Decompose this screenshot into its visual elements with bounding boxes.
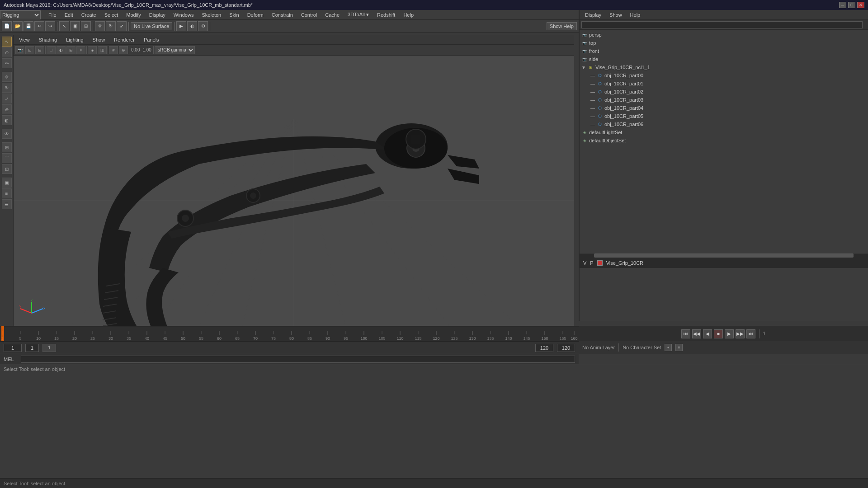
minimize-button[interactable]: ─ (839, 2, 846, 8)
outliner-item-front[interactable]: 📷 front (580, 47, 868, 55)
select-tool-button[interactable]: ↖ (2, 37, 12, 47)
select-by-comp-button[interactable]: ▣ (70, 21, 80, 31)
play-back-button[interactable]: ◀ (703, 329, 712, 338)
texture-btn[interactable]: ⊞ (66, 46, 75, 54)
rotate-tool-button[interactable]: ↻ (2, 83, 12, 93)
render-settings-button[interactable]: ⚙ (198, 21, 208, 31)
outliner-item-part03[interactable]: — ⬡ obj_10CR_part03 (580, 96, 868, 104)
move-tool-button[interactable]: ✥ (95, 21, 105, 31)
outliner-item-vise-group[interactable]: ▼ ⊞ Vise_Grip_10CR_ncl1_1 (580, 63, 868, 71)
lasso-tool-button[interactable]: ⊙ (2, 47, 12, 57)
current-frame-input2[interactable] (25, 344, 39, 352)
menu-constrain[interactable]: Constrain (268, 11, 297, 19)
maximize-button[interactable]: □ (848, 2, 855, 8)
step-forward-button[interactable]: ▶▶ (736, 329, 745, 338)
scale-tool-button[interactable]: ⤢ (2, 94, 12, 103)
undo-button[interactable]: ↩ (34, 21, 44, 31)
start-frame-input[interactable] (535, 344, 553, 352)
rotate-tool-button[interactable]: ↻ (106, 21, 116, 31)
menu-display[interactable]: Display (146, 11, 169, 19)
menu-redshift[interactable]: Redshift (373, 11, 399, 19)
outliner-item-top[interactable]: 📷 top (580, 39, 868, 47)
go-to-start-button[interactable]: ⏮ (681, 329, 690, 338)
menu-create[interactable]: Create (78, 11, 100, 19)
outliner-item-objectset[interactable]: ◈ defaultObjectSet (580, 136, 868, 145)
outliner-menu-show[interactable]: Show (606, 11, 626, 19)
backface-btn[interactable]: ◫ (98, 46, 107, 54)
step-back-button[interactable]: ◀◀ (692, 329, 701, 338)
outliner-item-part00[interactable]: — ⬡ obj_10CR_part00 (580, 71, 868, 80)
hud-btn[interactable]: ⊕ (119, 46, 128, 54)
fit-selection-btn[interactable]: ⊟ (35, 46, 44, 54)
fit-all-btn[interactable]: ⊡ (25, 46, 34, 54)
mode-selector[interactable]: Rigging (0, 10, 43, 20)
menu-3dtoall[interactable]: 3DToAll ▾ (344, 11, 373, 19)
viewport-menu-view[interactable]: View (15, 36, 33, 43)
viewport-menu-show[interactable]: Show (89, 36, 109, 43)
paint-select-button[interactable]: ✏ (2, 58, 12, 68)
menu-deform[interactable]: Deform (244, 11, 267, 19)
anim-frame-display[interactable]: 1 (42, 344, 56, 352)
outliner-item-part02[interactable]: — ⬡ obj_10CR_part02 (580, 88, 868, 96)
timeline[interactable]: 1 5 10 15 20 25 30 35 40 45 50 55 60 (0, 326, 579, 341)
soft-mod-button[interactable]: ◐ (2, 115, 12, 125)
open-scene-button[interactable]: 📂 (13, 21, 23, 31)
outliner-menu-help[interactable]: Help (627, 11, 644, 19)
mode-dropdown[interactable]: Rigging (0, 10, 41, 19)
universal-tool-button[interactable]: ⊕ (2, 104, 12, 114)
snap-grid-button[interactable]: ⊞ (2, 142, 12, 152)
save-scene-button[interactable]: 💾 (24, 21, 33, 31)
menu-file[interactable]: File (45, 11, 60, 19)
light-btn[interactable]: ☀ (76, 46, 85, 54)
live-surface-button[interactable]: No Live Surface (131, 22, 172, 30)
command-line-input[interactable] (21, 356, 575, 363)
menu-skeleton[interactable]: Skeleton (198, 11, 225, 19)
stop-button[interactable]: ■ (714, 329, 723, 338)
menu-control[interactable]: Control (297, 11, 321, 19)
outliner-scrollthumb[interactable] (594, 253, 854, 258)
menu-edit[interactable]: Edit (61, 11, 77, 19)
menu-windows[interactable]: Windows (170, 11, 198, 19)
group-expand-arrow[interactable]: ▼ (581, 65, 586, 70)
scale-tool-button[interactable]: ⤢ (117, 21, 127, 31)
snap-to-grid-button[interactable]: ⊞ (81, 21, 91, 31)
options-button[interactable]: ☰ (2, 199, 12, 209)
menu-select[interactable]: Select (101, 11, 122, 19)
menu-skin[interactable]: Skin (226, 11, 242, 19)
outliner-item-part04[interactable]: — ⬡ obj_10CR_part04 (580, 104, 868, 112)
show-help-button[interactable]: Show Help (547, 22, 577, 30)
move-tool-button[interactable]: ✥ (2, 72, 12, 82)
snap-curve-button[interactable]: ⌒ (2, 153, 12, 163)
outliner-item-persp[interactable]: 📷 persp (580, 31, 868, 39)
char-set-btn1[interactable]: + (665, 344, 672, 351)
viewport-menu-lighting[interactable]: Lighting (62, 36, 87, 43)
camera-select-btn[interactable]: 📷 (15, 46, 24, 54)
viewport-menu-shading[interactable]: Shading (35, 36, 61, 43)
wireframe-btn[interactable]: □ (47, 46, 56, 54)
go-to-end-button[interactable]: ⏭ (746, 329, 755, 338)
outliner-hscrollbar[interactable] (580, 253, 868, 258)
crease-tool-button[interactable]: ≡ (2, 188, 12, 198)
outliner-item-side[interactable]: 📷 side (580, 55, 868, 63)
outliner-item-lightset[interactable]: ◈ defaultLightSet (580, 128, 868, 136)
smooth-shade-btn[interactable]: ◐ (57, 46, 66, 54)
viewport-menu-panels[interactable]: Panels (140, 36, 163, 43)
close-button[interactable]: ✕ (857, 2, 864, 8)
outliner-item-part01[interactable]: — ⬡ obj_10CR_part01 (580, 80, 868, 88)
viewport-menu-renderer[interactable]: Renderer (110, 36, 138, 43)
render-button[interactable]: ▶ (176, 21, 186, 31)
channel-v-label[interactable]: V (583, 260, 586, 266)
current-frame-input[interactable] (4, 344, 22, 352)
colorspace-select[interactable]: sRGB gamma (155, 46, 195, 54)
outliner-search-input[interactable] (581, 21, 863, 28)
object-color-swatch[interactable] (597, 260, 603, 266)
xray-btn[interactable]: ◈ (88, 46, 97, 54)
grid-btn[interactable]: # (109, 46, 118, 54)
menu-modify[interactable]: Modify (123, 11, 144, 19)
menu-cache[interactable]: Cache (321, 11, 343, 19)
char-set-btn2[interactable]: ≡ (675, 344, 683, 351)
end-frame-input[interactable] (557, 344, 575, 352)
new-scene-button[interactable]: 📄 (2, 21, 12, 31)
ipr-button[interactable]: ◐ (187, 21, 197, 31)
render-region-button[interactable]: ▣ (2, 178, 12, 188)
